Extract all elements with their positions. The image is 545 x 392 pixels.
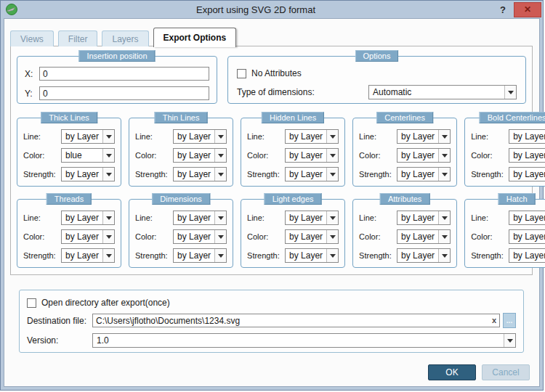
line-dropdown[interactable]: by Layer	[509, 211, 545, 225]
open-directory-checkbox[interactable]	[27, 298, 36, 308]
group-title-insertion-position: Insertion position	[78, 50, 155, 62]
dropdown-value: by Layer	[174, 130, 214, 143]
line-label: Line:	[23, 132, 61, 141]
line-group-title: Hidden Lines	[262, 112, 324, 123]
chevron-down-icon	[214, 149, 226, 162]
dropdown-value: by Layer	[286, 249, 326, 262]
strength-dropdown[interactable]: by Layer	[285, 248, 339, 263]
strength-dropdown[interactable]: by Layer	[173, 167, 227, 181]
tab-export-options[interactable]: Export Options	[153, 28, 237, 47]
color-dropdown[interactable]: by Layer	[61, 229, 115, 244]
dropdown-value: by Layer	[62, 130, 102, 143]
dropdown-value: by Layer	[509, 149, 545, 162]
dropdown-value: by Layer	[174, 249, 214, 262]
color-dropdown[interactable]: by Layer	[285, 229, 339, 244]
strength-dropdown[interactable]: by Layer	[397, 248, 451, 263]
line-groups-row-1: Thick Lines Line: by Layer Color: blue S…	[17, 118, 526, 187]
dropdown-value: by Layer	[509, 130, 545, 143]
color-dropdown[interactable]: blue	[61, 148, 115, 163]
no-attributes-checkbox[interactable]	[237, 69, 246, 78]
line-dropdown[interactable]: by Layer	[509, 129, 545, 144]
clear-field-icon[interactable]: x	[492, 316, 496, 325]
line-dropdown[interactable]: by Layer	[173, 129, 227, 144]
strength-dropdown[interactable]: by Layer	[509, 248, 545, 263]
line-dropdown[interactable]: by Layer	[397, 211, 451, 225]
color-dropdown[interactable]: by Layer	[509, 229, 545, 244]
dropdown-value: by Layer	[62, 230, 102, 243]
dropdown-value: by Layer	[286, 168, 326, 181]
strength-dropdown[interactable]: by Layer	[509, 167, 545, 181]
chevron-down-icon	[214, 249, 226, 262]
dropdown-value: by Layer	[62, 168, 102, 181]
line-dropdown[interactable]: by Layer	[285, 129, 339, 144]
chevron-down-icon	[504, 334, 515, 347]
strength-dropdown[interactable]: by Layer	[173, 248, 227, 263]
destination-file-label: Destination file:	[27, 316, 92, 326]
footer-buttons: OK Cancel	[428, 364, 530, 380]
destination-file-input[interactable]	[92, 314, 500, 327]
color-dropdown[interactable]: by Layer	[173, 148, 227, 163]
help-button[interactable]: ?	[493, 4, 512, 15]
line-dropdown[interactable]: by Layer	[173, 211, 227, 225]
line-dropdown[interactable]: by Layer	[61, 129, 115, 144]
cancel-button[interactable]: Cancel	[482, 364, 530, 380]
export-destination-group: Open directory after export(once) Destin…	[19, 290, 524, 353]
line-style-group-attributes: Attributes Line: by Layer Color: by Laye…	[352, 199, 457, 268]
line-style-group-thick-lines: Thick Lines Line: by Layer Color: blue S…	[17, 118, 121, 187]
group-title-options: Options	[355, 50, 399, 62]
window-title: Export using SVG 2D format	[18, 4, 493, 15]
ok-button[interactable]: OK	[428, 364, 476, 380]
line-group-title: Dimensions	[152, 193, 209, 205]
tab-filter[interactable]: Filter	[58, 30, 98, 46]
line-style-group-centerlines: Centerlines Line: by Layer Color: by Lay…	[352, 118, 457, 187]
color-dropdown[interactable]: by Layer	[173, 229, 227, 244]
tab-bar: ViewsFilterLayersExport Options	[10, 27, 236, 46]
type-of-dimensions-label: Type of dimensions:	[237, 87, 315, 97]
line-label: Line:	[359, 213, 397, 222]
color-dropdown[interactable]: by Layer	[397, 148, 451, 163]
strength-dropdown[interactable]: by Layer	[397, 167, 451, 181]
color-dropdown[interactable]: by Layer	[509, 148, 545, 163]
dropdown-value: by Layer	[174, 211, 214, 224]
line-style-group-bold-centerlines: Bold Centerlines Line: by Layer Color: b…	[464, 118, 545, 187]
dropdown-value: by Layer	[286, 230, 326, 243]
chevron-down-icon	[438, 168, 450, 181]
x-input[interactable]	[39, 67, 209, 81]
line-dropdown[interactable]: by Layer	[285, 211, 339, 225]
options-group: Options No Attributes Type of dimensions…	[227, 56, 526, 104]
tab-views[interactable]: Views	[10, 30, 54, 46]
export-dialog-window: Export using SVG 2D format ? ✕ ViewsFilt…	[0, 0, 544, 391]
line-label: Line:	[359, 132, 397, 141]
line-groups-row-2: Threads Line: by Layer Color: by Layer S…	[17, 199, 526, 268]
chevron-down-icon	[102, 211, 114, 224]
y-input[interactable]	[39, 86, 209, 100]
line-label: Line:	[471, 213, 509, 222]
version-label: Version:	[27, 335, 92, 346]
color-dropdown[interactable]: by Layer	[285, 148, 339, 163]
line-label: Line:	[23, 213, 61, 222]
chevron-down-icon	[326, 249, 338, 262]
browse-button[interactable]: ...	[503, 313, 516, 328]
dropdown-value: by Layer	[509, 249, 545, 262]
chevron-down-icon	[326, 130, 338, 143]
no-attributes-label: No Attributes	[251, 68, 302, 78]
tab-layers[interactable]: Layers	[102, 30, 148, 46]
color-dropdown[interactable]: by Layer	[397, 229, 451, 244]
version-dropdown[interactable]: 1.0	[92, 333, 516, 348]
strength-dropdown[interactable]: by Layer	[285, 167, 339, 181]
x-label: X:	[25, 69, 39, 79]
chevron-down-icon	[214, 230, 226, 243]
line-dropdown[interactable]: by Layer	[61, 211, 115, 225]
strength-label: Strength:	[359, 251, 397, 260]
dropdown-value: by Layer	[397, 130, 438, 143]
chevron-down-icon	[504, 86, 516, 99]
line-group-title: Centerlines	[376, 112, 433, 123]
strength-dropdown[interactable]: by Layer	[61, 167, 115, 181]
close-button[interactable]: ✕	[514, 2, 541, 17]
type-of-dimensions-dropdown[interactable]: Automatic	[368, 85, 517, 99]
strength-dropdown[interactable]: by Layer	[61, 248, 115, 263]
y-label: Y:	[25, 89, 39, 99]
chevron-down-icon	[102, 249, 114, 262]
line-label: Line:	[471, 132, 509, 141]
line-dropdown[interactable]: by Layer	[397, 129, 451, 144]
